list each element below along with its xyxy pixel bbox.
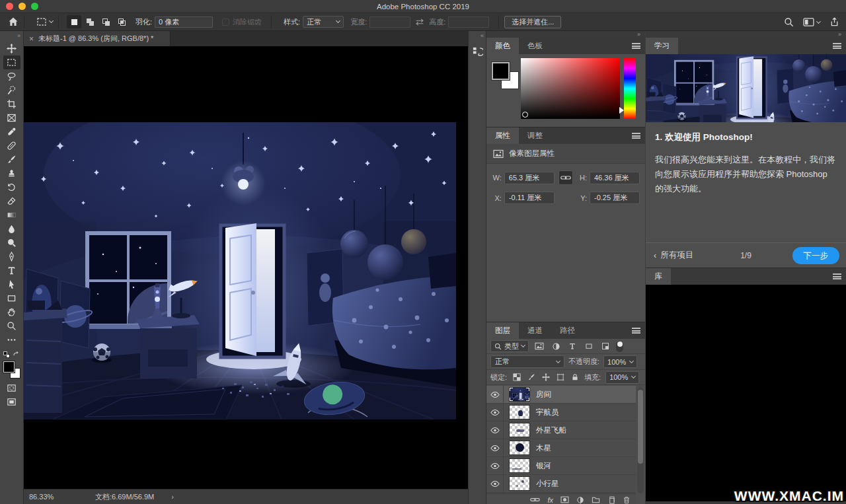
swap-dimensions-icon[interactable] [414, 18, 425, 26]
dock-expand-icon[interactable]: » [646, 31, 846, 38]
layer-row[interactable]: 木星 [486, 439, 636, 457]
eraser-tool[interactable] [3, 194, 20, 208]
layer-visibility-eye-icon[interactable] [486, 475, 504, 493]
rectangular-marquee-tool[interactable] [3, 55, 20, 69]
layer-thumbnail[interactable] [509, 423, 530, 437]
layer-visibility-eye-icon[interactable] [486, 457, 504, 475]
layer-thumbnail[interactable] [509, 458, 530, 473]
tab-adjustments[interactable]: 调整 [519, 127, 551, 144]
layer-row[interactable]: 外星飞船 [486, 421, 636, 439]
width-input[interactable] [369, 17, 410, 28]
zoom-tool[interactable] [3, 319, 20, 333]
hand-tool[interactable] [3, 305, 20, 319]
layer-name[interactable]: 小行星 [536, 479, 559, 489]
dodge-tool[interactable] [3, 236, 20, 250]
type-tool[interactable] [3, 264, 20, 277]
tab-libraries[interactable]: 库 [646, 268, 671, 285]
new-adjustment-layer-icon[interactable] [576, 496, 584, 504]
current-tool-preset[interactable] [36, 17, 53, 27]
layer-style-fx-icon[interactable]: fx [547, 496, 553, 504]
layer-row[interactable]: 房间 [486, 386, 636, 404]
foreground-background-swatches[interactable] [3, 361, 20, 378]
filter-adjustment-layers-icon[interactable] [550, 341, 562, 352]
filter-shape-layers-icon[interactable] [583, 341, 595, 352]
layer-thumbnail[interactable] [509, 387, 530, 402]
fill-select[interactable]: 100% [605, 371, 639, 384]
x-value-input[interactable] [504, 192, 555, 204]
blur-tool[interactable] [3, 222, 20, 236]
layer-row[interactable]: 银河 [486, 457, 636, 475]
filter-type-layers-icon[interactable] [566, 341, 578, 352]
width-value-input[interactable] [504, 172, 555, 184]
workspace-switcher[interactable] [803, 18, 820, 26]
antialias-checkbox[interactable]: 消除锯齿 [222, 17, 262, 27]
layer-name[interactable]: 外星飞船 [536, 425, 566, 435]
link-layers-icon[interactable] [530, 497, 540, 503]
history-brush-tool[interactable] [3, 180, 20, 194]
new-selection-mode-button[interactable] [67, 15, 81, 28]
screen-mode-button[interactable] [3, 395, 20, 409]
layer-row[interactable]: 宇航员 [486, 404, 636, 421]
status-zoom-level[interactable]: 86.33% [29, 493, 70, 501]
default-colors-icon[interactable] [3, 351, 10, 358]
tab-properties[interactable]: 属性 [486, 127, 519, 144]
edit-toolbar-button[interactable] [3, 333, 20, 347]
eyedropper-tool[interactable] [3, 125, 20, 139]
path-selection-tool[interactable] [3, 277, 20, 291]
layer-visibility-eye-icon[interactable] [486, 421, 504, 439]
gradient-tool[interactable] [3, 208, 20, 222]
document-tab[interactable]: × 未标题-1 @ 86.3% (房间, RGB/8*) * [24, 31, 171, 46]
add-selection-mode-button[interactable] [83, 15, 97, 28]
height-input[interactable] [448, 17, 489, 28]
lock-artboard-icon[interactable] [555, 373, 565, 382]
height-value-input[interactable] [590, 172, 640, 184]
tab-layers[interactable]: 图层 [486, 322, 519, 339]
layer-visibility-eye-icon[interactable] [486, 386, 504, 404]
quick-selection-tool[interactable] [3, 83, 20, 97]
lock-all-icon[interactable] [570, 373, 580, 382]
panel-menu-icon[interactable] [632, 43, 640, 49]
history-panel-icon[interactable] [469, 43, 485, 60]
canvas[interactable] [24, 46, 468, 489]
tab-paths[interactable]: 路径 [551, 322, 584, 339]
layer-name[interactable]: 木星 [536, 443, 551, 453]
scrollbar-thumb[interactable] [638, 390, 643, 464]
layer-thumbnail[interactable] [509, 476, 530, 491]
layer-row[interactable]: 小行星 [486, 475, 636, 493]
layer-filter-type-select[interactable]: 类型 [490, 340, 529, 352]
select-and-mask-button[interactable]: 选择并遮住... [504, 16, 561, 28]
tab-color[interactable]: 颜色 [486, 38, 519, 54]
panel-menu-icon[interactable] [632, 133, 640, 139]
tab-learn[interactable]: 学习 [646, 38, 678, 54]
toolbar-expand-icon[interactable]: » [0, 31, 23, 39]
layer-name[interactable]: 宇航员 [536, 408, 559, 417]
intersect-selection-mode-button[interactable] [114, 15, 129, 28]
layer-visibility-eye-icon[interactable] [486, 439, 504, 457]
spot-healing-brush-tool[interactable] [3, 139, 20, 153]
lock-pixels-icon[interactable] [526, 373, 536, 382]
tab-channels[interactable]: 通道 [519, 322, 551, 339]
foreground-color-swatch[interactable] [3, 361, 15, 373]
move-tool[interactable] [3, 42, 20, 55]
pen-tool[interactable] [3, 250, 20, 264]
filter-smart-objects-icon[interactable] [599, 341, 611, 352]
panel-menu-icon[interactable] [833, 273, 841, 279]
lasso-tool[interactable] [3, 69, 20, 83]
hue-slider[interactable] [624, 58, 636, 119]
style-select[interactable]: 正常 [303, 16, 344, 28]
status-chevron-icon[interactable]: › [171, 493, 174, 501]
add-layer-mask-icon[interactable] [560, 496, 569, 503]
lock-position-icon[interactable] [541, 373, 551, 382]
next-step-button[interactable]: 下一步 [792, 247, 840, 264]
color-field-marker[interactable] [522, 112, 528, 118]
layer-thumbnail[interactable] [509, 405, 530, 419]
hue-slider-marker[interactable] [619, 107, 624, 114]
panel-menu-icon[interactable] [632, 328, 640, 334]
dock-collapse-icon[interactable]: « [469, 31, 486, 40]
color-saturation-field[interactable] [521, 58, 620, 119]
crop-tool[interactable] [3, 97, 20, 111]
y-value-input[interactable] [590, 192, 640, 204]
layers-scrollbar[interactable] [637, 387, 644, 493]
brush-tool[interactable] [3, 153, 20, 166]
tab-swatches[interactable]: 色板 [519, 38, 551, 54]
